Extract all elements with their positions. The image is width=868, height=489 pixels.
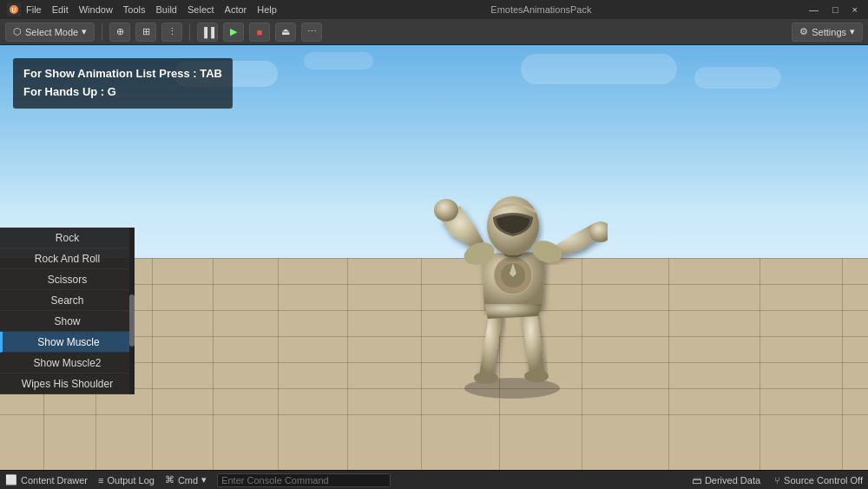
svg-point-3 [474,372,498,384]
menu-help[interactable]: Help [257,4,277,15]
settings-label: Settings [812,27,846,37]
cmd-label: Cmd [178,475,198,486]
log-icon: ≡ [98,475,103,486]
menu-select[interactable]: Select [187,4,214,15]
grid-v-10 [668,258,669,471]
grid-h-7 [0,414,868,415]
source-control-label: Source Control Off [784,475,863,486]
app-logo: U [7,3,21,17]
transform-button[interactable]: ⊕ [109,23,130,42]
cmd-icon: ⌘ [165,474,174,486]
anim-item-wipes-shoulder[interactable]: Wipes His Shoulder [0,373,135,394]
viewport[interactable]: For Show Animation List Press : TAB For … [0,45,868,471]
bottom-statusbar: ⬜ Content Drawer ≡ Output Log ⌘ Cmd ▾ 🗃 … [0,470,868,489]
content-drawer-label: Content Drawer [21,475,88,486]
window-title: EmotesAnimationsPack [490,4,591,15]
snap-button[interactable]: ⊞ [135,23,156,42]
anim-item-show-muscle[interactable]: Show Muscle [0,332,135,353]
settings-chevron: ▾ [850,26,855,37]
anim-item-scissors[interactable]: Scissors [0,269,135,290]
menu-tools[interactable]: Tools [123,4,146,15]
content-drawer-button[interactable]: ⬜ Content Drawer [5,474,88,486]
derived-data-label: Derived Data [705,475,760,486]
main-toolbar: ⬡ Select Mode ▾ ⊕ ⊞ ⋮ ▐▐ ▶ ■ ⏏ ⋯ ⚙ Setti… [0,19,868,45]
cursor-icon: ⬡ [13,26,22,37]
cmd-button[interactable]: ⌘ Cmd ▾ [165,474,207,486]
eject-button[interactable]: ⏏ [275,23,296,42]
window-controls[interactable]: — □ × [806,4,861,15]
cmd-chevron: ▾ [201,474,207,486]
panel-scrollbar[interactable] [129,228,135,394]
grid-v-5 [278,258,279,471]
console-input[interactable] [217,473,391,487]
anim-item-rock[interactable]: Rock [0,228,135,248]
settings-button[interactable]: ⚙ Settings ▾ [792,23,863,42]
play-button[interactable]: ▐▐ [197,23,218,42]
menu-bar[interactable]: File Edit Window Tools Build Select Acto… [26,4,277,15]
overlay-instruction: For Show Animation List Press : TAB For … [13,58,233,109]
grid-v-4 [213,258,214,471]
stop-button[interactable]: ■ [249,23,270,42]
grid-button[interactable]: ⋮ [161,23,182,42]
more-button[interactable]: ⋯ [301,23,322,42]
grid-v-12 [842,258,843,471]
menu-file[interactable]: File [26,4,42,15]
anim-item-rock-and-roll[interactable]: Rock And Roll [0,248,135,269]
overlay-line1: For Show Animation List Press : TAB [23,65,222,83]
anim-item-show-muscle2[interactable]: Show Muscle2 [0,353,135,373]
separator-2 [189,23,190,41]
cloud-3 [694,67,781,89]
svg-point-4 [524,370,549,382]
console-input-wrapper[interactable] [217,473,391,487]
derived-data-button[interactable]: 🗃 Derived Data [692,475,760,486]
menu-actor[interactable]: Actor [225,4,247,15]
grid-v-6 [347,258,348,471]
simulate-button[interactable]: ▶ [223,23,244,42]
output-log-button[interactable]: ≡ Output Log [98,475,155,486]
menu-edit[interactable]: Edit [52,4,69,15]
bottom-right: 🗃 Derived Data ⑂ Source Control Off [692,475,863,486]
animation-list-panel: Rock Rock And Roll Scissors Search Show … [0,228,135,394]
select-mode-button[interactable]: ⬡ Select Mode ▾ [5,23,95,42]
menu-window[interactable]: Window [79,4,113,15]
chevron-down-icon: ▾ [82,26,87,37]
output-log-label: Output Log [107,475,154,486]
svg-point-7 [434,199,458,221]
gear-icon: ⚙ [799,26,808,37]
titlebar-left: U File Edit Window Tools Build Select Ac… [7,3,277,17]
select-mode-label: Select Mode [25,27,78,37]
svg-text:U: U [11,7,16,13]
grid-v-11 [760,258,760,471]
panel-scroll-thumb[interactable] [129,294,135,347]
grid-v-3 [152,258,153,471]
anim-item-search[interactable]: Search [0,290,135,311]
menu-build[interactable]: Build [156,4,177,15]
cloud-2 [521,54,677,84]
close-button[interactable]: × [849,4,861,15]
drawer-icon: ⬜ [5,474,17,486]
titlebar: U File Edit Window Tools Build Select Ac… [0,0,868,19]
separator-1 [102,23,102,41]
source-control-button[interactable]: ⑂ Source Control Off [774,475,863,486]
maximize-button[interactable]: □ [829,4,842,15]
cloud-4 [304,52,373,69]
character-model [417,106,608,401]
overlay-line2: For Hands Up : G [23,83,222,102]
database-icon: 🗃 [692,475,701,486]
minimize-button[interactable]: — [806,4,822,15]
anim-item-show[interactable]: Show [0,311,135,332]
source-control-icon: ⑂ [774,475,780,486]
